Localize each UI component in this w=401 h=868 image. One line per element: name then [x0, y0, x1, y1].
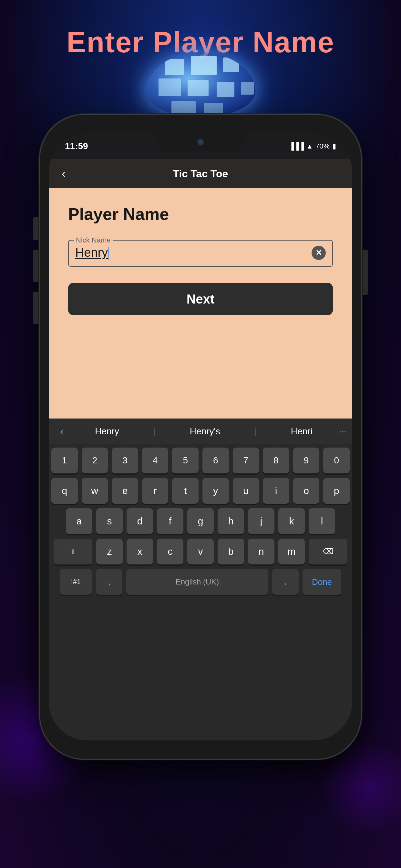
key-numbers-toggle[interactable]: !#1	[60, 569, 92, 595]
volume-down-button	[33, 291, 38, 324]
phone-frame: 11:59 ▐▐▐ ▲ 70% ▮ ‹ Tic Tac Toe Player N…	[39, 114, 362, 760]
key-c[interactable]: c	[157, 538, 183, 564]
autocomplete-more-button[interactable]: ···	[333, 426, 352, 437]
key-r[interactable]: r	[142, 478, 168, 504]
done-key[interactable]: Done	[303, 569, 341, 595]
key-comma[interactable]: ,	[96, 569, 122, 595]
key-row-numbers: 1 2 3 4 5 6 7 8 9 0	[51, 447, 350, 473]
globe-decoration	[120, 53, 281, 124]
clear-icon: ✕	[315, 248, 322, 257]
key-z[interactable]: z	[96, 538, 123, 564]
autocomplete-item-2[interactable]: Henri	[284, 423, 319, 440]
key-a[interactable]: a	[66, 508, 92, 534]
status-time: 11:59	[65, 141, 88, 151]
autocomplete-item-0[interactable]: Henry	[89, 423, 126, 440]
header-title: Tic Tac Toe	[173, 168, 228, 180]
key-h[interactable]: h	[218, 508, 244, 534]
next-button[interactable]: Next	[68, 283, 333, 315]
key-8[interactable]: 8	[263, 447, 289, 473]
key-row-bottom: !#1 , English (UK) . Done	[51, 569, 350, 595]
space-key[interactable]: English (UK)	[126, 569, 268, 595]
autocomplete-suggestions: Henry | Henry's | Henri	[74, 423, 333, 440]
keyboard-area: ‹ Henry | Henry's | Henri ···	[49, 418, 352, 740]
app-header: ‹ Tic Tac Toe	[49, 159, 352, 188]
silent-button	[33, 217, 38, 240]
battery-text: 70%	[315, 142, 330, 151]
nickname-value: Henry	[75, 246, 108, 259]
key-l[interactable]: l	[309, 508, 335, 534]
key-0[interactable]: 0	[323, 447, 350, 473]
key-row-zxcv: ⇧ z x c v b n m ⌫	[51, 538, 350, 564]
key-3[interactable]: 3	[112, 447, 138, 473]
autocomplete-bar: ‹ Henry | Henry's | Henri ···	[49, 418, 352, 444]
key-n[interactable]: n	[248, 538, 274, 564]
key-o[interactable]: o	[293, 478, 320, 504]
key-k[interactable]: k	[278, 508, 305, 534]
next-button-label: Next	[187, 292, 215, 306]
wifi-icon: ▲	[306, 143, 313, 150]
key-7[interactable]: 7	[233, 447, 259, 473]
input-row: Henry ✕	[75, 243, 326, 262]
key-e[interactable]: e	[112, 478, 138, 504]
front-camera	[197, 139, 204, 145]
key-x[interactable]: x	[127, 538, 153, 564]
autocomplete-back-button[interactable]: ‹	[49, 426, 74, 437]
shift-key[interactable]: ⇧	[54, 538, 92, 564]
player-name-heading: Player Name	[68, 205, 333, 224]
key-g[interactable]: g	[187, 508, 214, 534]
key-t[interactable]: t	[172, 478, 198, 504]
nickname-floating-label: Nick Name	[74, 236, 113, 244]
key-u[interactable]: u	[233, 478, 259, 504]
battery-icon: ▮	[332, 142, 336, 151]
keyboard: 1 2 3 4 5 6 7 8 9 0 q	[49, 444, 352, 595]
key-m[interactable]: m	[278, 538, 305, 564]
status-icons: ▐▐▐ ▲ 70% ▮	[289, 142, 336, 151]
key-j[interactable]: j	[248, 508, 274, 534]
backspace-key[interactable]: ⌫	[309, 538, 347, 564]
phone-frame-wrapper: 11:59 ▐▐▐ ▲ 70% ▮ ‹ Tic Tac Toe Player N…	[39, 114, 362, 760]
nickname-input[interactable]: Henry	[75, 243, 312, 262]
notch	[155, 133, 246, 151]
phone-side-right	[363, 250, 368, 295]
key-2[interactable]: 2	[82, 447, 108, 473]
key-d[interactable]: d	[127, 508, 153, 534]
chevron-left-icon: ‹	[60, 426, 63, 437]
app-content: ‹ Tic Tac Toe Player Name Nick Name Henr…	[49, 159, 352, 740]
key-w[interactable]: w	[82, 478, 108, 504]
key-p[interactable]: p	[323, 478, 350, 504]
phone-side-left	[33, 217, 38, 324]
key-q[interactable]: q	[51, 478, 78, 504]
text-cursor	[109, 247, 109, 259]
key-row-qwerty: q w e r t y u i o p	[51, 478, 350, 504]
key-y[interactable]: y	[203, 478, 229, 504]
key-i[interactable]: i	[263, 478, 289, 504]
key-5[interactable]: 5	[172, 447, 198, 473]
power-button	[363, 250, 368, 295]
content-spacer	[49, 335, 352, 418]
key-f[interactable]: f	[157, 508, 183, 534]
more-icon: ···	[339, 426, 346, 437]
clear-button[interactable]: ✕	[312, 246, 326, 260]
signal-icon: ▐▐▐	[289, 142, 304, 151]
key-1[interactable]: 1	[51, 447, 78, 473]
key-s[interactable]: s	[96, 508, 123, 534]
key-row-asdf: a s d f g h j k l	[51, 508, 350, 534]
key-v[interactable]: v	[187, 538, 214, 564]
main-content: Player Name Nick Name Henry ✕	[49, 188, 352, 335]
nickname-input-wrapper[interactable]: Nick Name Henry ✕	[68, 240, 333, 267]
key-period[interactable]: .	[272, 569, 299, 595]
key-9[interactable]: 9	[293, 447, 320, 473]
key-4[interactable]: 4	[142, 447, 168, 473]
autocomplete-item-1[interactable]: Henry's	[183, 423, 227, 440]
key-6[interactable]: 6	[203, 447, 229, 473]
back-button[interactable]: ‹	[62, 167, 66, 181]
key-b[interactable]: b	[218, 538, 244, 564]
phone-screen: 11:59 ▐▐▐ ▲ 70% ▮ ‹ Tic Tac Toe Player N…	[49, 133, 352, 740]
volume-up-button	[33, 250, 38, 282]
